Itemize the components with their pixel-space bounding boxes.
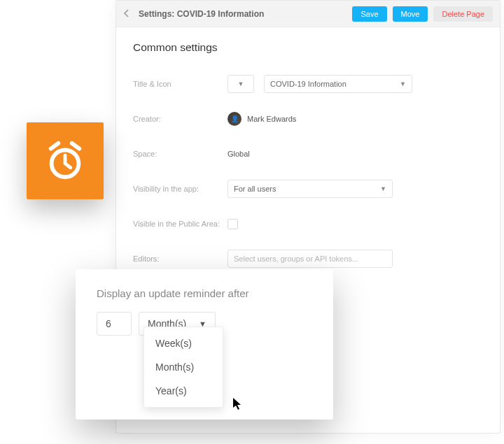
label-public-area: Visible in the Public Area: [133, 220, 227, 228]
label-space: Space: [133, 150, 227, 158]
unit-option-months[interactable]: Month(s) [144, 355, 223, 379]
row-creator: Creator: 👤 Mark Edwards [133, 108, 483, 129]
label-title-icon: Title & Icon [133, 80, 227, 88]
delete-page-button[interactable]: Delete Page [433, 6, 493, 22]
popup-title: Display an update reminder after [97, 287, 312, 299]
row-visibility: Visibility in the app: For all users ▼ [133, 178, 483, 199]
label-visibility: Visibility in the app: [133, 185, 227, 193]
caret-down-icon: ▼ [400, 80, 406, 87]
back-icon[interactable] [123, 8, 130, 20]
unit-option-years[interactable]: Year(s) [144, 379, 223, 403]
creator-value: Mark Edwards [247, 115, 296, 123]
editors-placeholder: Select users, groups or API tokens... [234, 255, 358, 263]
editors-input[interactable]: Select users, groups or API tokens... [227, 250, 393, 268]
row-public-area: Visible in the Public Area: [133, 213, 483, 234]
row-title-icon: Title & Icon ▼ COVID-19 Information ▼ [133, 73, 483, 94]
clock-card [27, 122, 104, 199]
reminder-number-input[interactable]: 6 [97, 312, 132, 336]
alarm-clock-icon [43, 139, 87, 182]
space-value: Global [227, 150, 250, 158]
public-area-checkbox[interactable] [227, 219, 238, 229]
title-select-value: COVID-19 Information [270, 80, 346, 88]
save-button[interactable]: Save [352, 6, 386, 22]
unit-option-weeks[interactable]: Week(s) [144, 331, 223, 355]
caret-down-icon: ▼ [238, 80, 244, 87]
caret-down-icon: ▼ [380, 185, 386, 192]
reminder-popup: Display an update reminder after 6 Month… [76, 269, 333, 420]
panel-title: Settings: COVID-19 Information [139, 9, 264, 19]
row-space: Space: Global [133, 143, 483, 164]
label-editors: Editors: [133, 255, 227, 263]
move-button[interactable]: Move [393, 6, 428, 22]
unit-dropdown: Week(s) Month(s) Year(s) [144, 327, 223, 408]
cursor-icon [232, 397, 244, 414]
reminder-number-value: 6 [106, 318, 111, 329]
avatar: 👤 [227, 112, 241, 126]
visibility-select[interactable]: For all users ▼ [227, 180, 393, 198]
visibility-value: For all users [234, 185, 276, 193]
title-select[interactable]: COVID-19 Information ▼ [264, 75, 412, 93]
row-editors: Editors: Select users, groups or API tok… [133, 248, 483, 269]
section-title: Common settings [133, 41, 483, 54]
panel-header: Settings: COVID-19 Information Save Move… [116, 1, 500, 27]
label-creator: Creator: [133, 115, 227, 123]
icon-select[interactable]: ▼ [227, 75, 254, 93]
